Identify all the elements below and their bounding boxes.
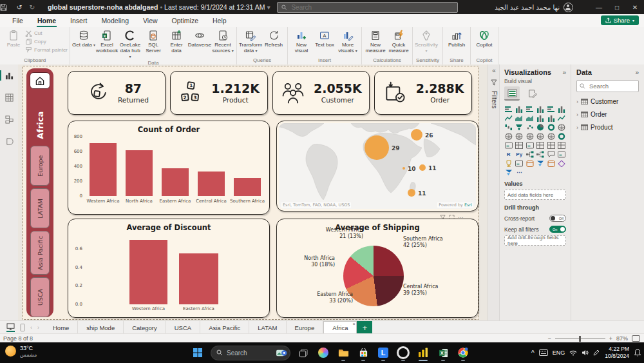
viz-icon-power-automate[interactable] bbox=[536, 159, 545, 167]
viz-icon-clustered-bar[interactable] bbox=[526, 105, 535, 113]
average-of-discount-chart[interactable]: Average of Discount 0.00.20.40.6Western … bbox=[68, 219, 270, 318]
viz-icon-python[interactable]: Py bbox=[515, 150, 524, 158]
fit-to-page-icon[interactable] bbox=[632, 335, 640, 342]
page-tab-usca[interactable]: USCA bbox=[166, 321, 200, 334]
ribbon-button-get-data[interactable]: Get data ▾ bbox=[72, 28, 95, 48]
ribbon-button-text-box[interactable]: AText box bbox=[313, 28, 336, 48]
viz-icon-flow[interactable] bbox=[504, 168, 513, 176]
undo-icon[interactable]: ↺ bbox=[13, 3, 26, 11]
viz-icon-stacked-area[interactable] bbox=[526, 114, 535, 122]
build-visual-mode-button[interactable] bbox=[504, 86, 520, 101]
page-tab-europe[interactable]: Europe bbox=[287, 321, 324, 334]
ribbon-button-new-measure[interactable]: New measure bbox=[364, 28, 387, 54]
hidden-icons-chevron[interactable]: ^ bbox=[531, 349, 535, 357]
map-visual[interactable]: 2629101111 Esri, TomTom, FAO, NOAA, USGS… bbox=[276, 121, 478, 211]
viz-icon-paginated[interactable] bbox=[515, 159, 524, 167]
ribbon-button-publish[interactable]: Publish bbox=[445, 28, 468, 48]
ribbon-button-recent-sources[interactable]: Recent sources ▾ bbox=[211, 28, 234, 54]
volume-icon[interactable] bbox=[582, 349, 589, 356]
titlebar-search[interactable] bbox=[277, 2, 458, 13]
clock[interactable]: 4:22 PM 10/8/2024 bbox=[605, 346, 629, 360]
prev-page-icon[interactable]: ‹ bbox=[30, 324, 32, 331]
ribbon-button-onelake-data-hub[interactable]: OneLake data hub ▾ bbox=[118, 28, 142, 60]
touch-keyboard-icon[interactable] bbox=[539, 349, 548, 356]
zoom-slider-thumb[interactable] bbox=[579, 336, 581, 342]
kpi-card-order[interactable]: 2.288KOrder bbox=[374, 71, 472, 115]
start-button[interactable] bbox=[191, 344, 205, 361]
bar-western-africa[interactable] bbox=[90, 143, 117, 196]
page-tab-africa[interactable]: Africa× bbox=[323, 321, 357, 334]
viz-icon-waterfall[interactable] bbox=[504, 123, 513, 131]
viz-icon-funnel[interactable] bbox=[515, 123, 524, 131]
account-area[interactable]: نها محمد احمد عبد الجيد bbox=[495, 0, 573, 14]
expand-panel-icon[interactable]: « bbox=[492, 67, 496, 74]
next-page-icon[interactable]: › bbox=[37, 324, 39, 331]
table-view-icon[interactable] bbox=[3, 92, 15, 103]
ribbon-button-format-painter[interactable]: Format painter bbox=[25, 46, 68, 54]
ribbon-button-sql-server[interactable]: SQL Server bbox=[142, 28, 165, 54]
share-button[interactable]: Share ▾ bbox=[601, 15, 639, 25]
format-visual-mode-button[interactable] bbox=[525, 87, 540, 100]
expand-chevron-icon[interactable]: › bbox=[576, 99, 578, 105]
mobile-layout-icon[interactable] bbox=[20, 324, 25, 331]
kpi-card-product[interactable]: 1231.212KProduct bbox=[170, 71, 268, 115]
bar-southern-africa[interactable] bbox=[234, 178, 261, 196]
redo-icon[interactable]: ↻ bbox=[26, 3, 39, 11]
maximize-button[interactable]: □ bbox=[608, 0, 626, 14]
viz-icon-metrics[interactable] bbox=[504, 159, 513, 167]
viz-icon-arcgis[interactable] bbox=[547, 132, 556, 140]
report-view-icon[interactable] bbox=[3, 70, 15, 81]
page-tab-asia-pacific[interactable]: Asia Pacific bbox=[200, 321, 249, 334]
ribbon-button-transform-data[interactable]: Transform data ▾ bbox=[239, 28, 262, 54]
home-button[interactable] bbox=[30, 72, 50, 89]
region-tab-usca[interactable]: USCA bbox=[30, 277, 50, 317]
viz-icon-map[interactable] bbox=[504, 132, 513, 140]
viz-icon-key-influencers[interactable] bbox=[536, 150, 545, 158]
viz-icon-qna[interactable] bbox=[547, 150, 556, 158]
bar-central-africa[interactable] bbox=[198, 172, 225, 196]
menu-item-view[interactable]: View bbox=[137, 15, 164, 26]
ribbon-button-copy[interactable]: Copy bbox=[25, 38, 68, 45]
titlebar-search-input[interactable] bbox=[290, 3, 453, 12]
average-of-shipping-chart[interactable]: Average of Shipping Southern Africa42 (2… bbox=[276, 219, 478, 318]
bar-north-africa[interactable] bbox=[126, 150, 153, 196]
title-caret-icon[interactable]: ▾ bbox=[267, 3, 270, 11]
viz-icon-card[interactable] bbox=[504, 141, 513, 149]
page-tab-category[interactable]: Category bbox=[124, 321, 166, 334]
file-explorer-icon[interactable] bbox=[336, 344, 350, 361]
region-tab-latam[interactable]: LATAM bbox=[30, 188, 50, 228]
menu-item-home[interactable]: Home bbox=[32, 15, 62, 26]
viz-icon-line-stacked-column[interactable] bbox=[536, 114, 545, 122]
viz-icon-hundred-column[interactable] bbox=[558, 105, 567, 113]
viz-icon-donut[interactable] bbox=[547, 123, 556, 131]
viz-icon-scatter[interactable] bbox=[526, 123, 535, 131]
pen-icon[interactable] bbox=[593, 349, 600, 356]
viz-icon-multi-card[interactable] bbox=[515, 141, 524, 149]
viz-icon-pie[interactable] bbox=[536, 123, 545, 131]
close-button[interactable]: ✕ bbox=[626, 0, 644, 14]
ribbon-button-enter-data[interactable]: Enter data bbox=[165, 28, 188, 54]
microsoft-store-icon[interactable] bbox=[356, 344, 370, 361]
taskbar-search[interactable]: Search bbox=[211, 346, 290, 360]
ribbon-button-paste[interactable]: Paste bbox=[2, 28, 25, 48]
language-indicator[interactable]: ENG bbox=[553, 349, 565, 356]
viz-icon-stacked-bar[interactable] bbox=[504, 105, 513, 113]
viz-icon-table[interactable] bbox=[547, 141, 556, 149]
data-search-input[interactable] bbox=[588, 82, 636, 90]
account-avatar[interactable] bbox=[564, 3, 573, 12]
notifications-bell-icon[interactable] bbox=[634, 349, 641, 357]
ribbon-button-more-visuals[interactable]: More visuals ▾ bbox=[336, 28, 359, 54]
menu-item-modeling[interactable]: Modeling bbox=[95, 15, 135, 26]
chrome-app-icon[interactable] bbox=[456, 344, 470, 361]
add-drill-through-well[interactable]: Add drill-through fields here bbox=[504, 235, 566, 246]
data-table-order[interactable]: ›Order bbox=[576, 111, 639, 118]
add-data-fields-well[interactable]: Add data fields here bbox=[504, 190, 566, 200]
bar-western-africa[interactable] bbox=[129, 240, 167, 304]
zoom-in-icon[interactable]: + bbox=[609, 335, 612, 342]
copilot-app-icon[interactable] bbox=[316, 344, 330, 361]
viz-icon-matrix[interactable] bbox=[558, 141, 567, 149]
viz-icon-power-apps[interactable] bbox=[526, 159, 535, 167]
expand-chevron-icon[interactable]: › bbox=[576, 124, 578, 131]
ribbon-button-excel-workbook[interactable]: XExcel workbook bbox=[95, 28, 118, 54]
viz-icon-line-clustered-column[interactable] bbox=[547, 114, 556, 122]
